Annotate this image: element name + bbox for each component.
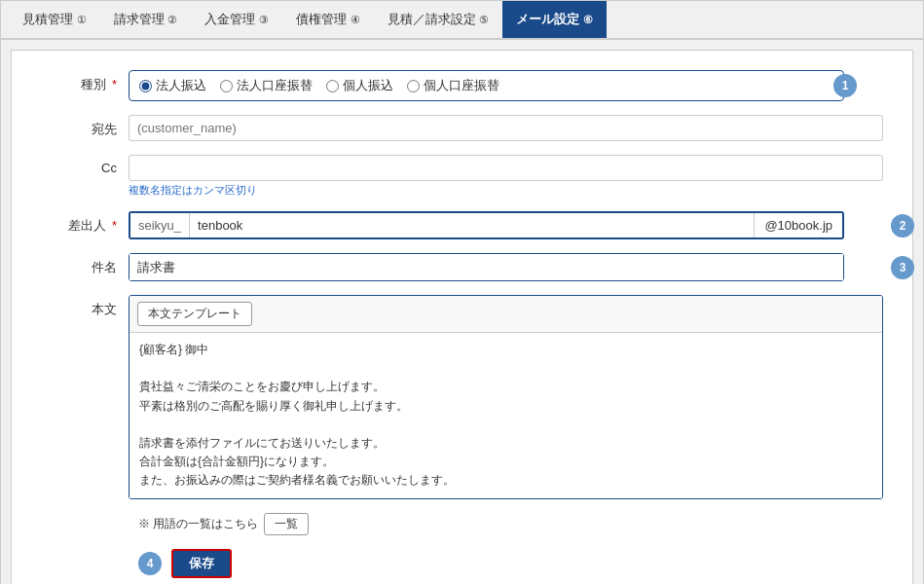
sender-prefix: seikyu_: [130, 213, 190, 237]
radio-group-type: 法人振込 法人口座振替 個人振込 個人口座振替: [129, 70, 844, 101]
tab-nyukin[interactable]: 入金管理 ③: [191, 1, 282, 38]
body-row: 本文 本文テンプレート {顧客名} 御中 貴社益々ご清栄のことをお慶び申し上げま…: [41, 295, 883, 499]
to-input[interactable]: [129, 115, 883, 141]
body-textarea[interactable]: {顧客名} 御中 貴社益々ご清栄のことをお慶び申し上げます。 平素は格別のご高配…: [129, 333, 882, 498]
radio-kojin-koza[interactable]: [407, 80, 420, 92]
tab-saiken[interactable]: 債権管理 ④: [282, 1, 374, 38]
radio-hojin-koza[interactable]: [220, 80, 233, 92]
subject-input[interactable]: [129, 254, 843, 280]
to-control: [129, 115, 883, 141]
type-radio-wrap: 法人振込 法人口座振替 個人振込 個人口座振替: [129, 70, 883, 101]
top-nav: 見積管理 ① 請求管理 ② 入金管理 ③ 債権管理 ④ 見積／請求設定 ⑤ メー…: [1, 1, 923, 40]
to-label: 宛先: [41, 115, 129, 138]
to-row: 宛先: [41, 115, 883, 141]
sender-badge: 2: [891, 214, 914, 237]
cc-control: 複数名指定はカンマ区切り: [129, 155, 883, 198]
body-control: 本文テンプレート {顧客名} 御中 貴社益々ご清栄のことをお慶び申し上げます。 …: [129, 295, 883, 499]
sender-label: 差出人 *: [41, 211, 129, 235]
sender-wrap: seikyu_ @10book.jp: [129, 211, 844, 239]
radio-label-hojin-furikomi[interactable]: 法人振込: [139, 77, 206, 94]
cc-note: 複数名指定はカンマ区切り: [129, 183, 883, 198]
type-row: 種別 * 法人振込 法人口座振替: [41, 70, 883, 101]
type-badge: 1: [833, 74, 857, 97]
radio-kojin-furikomi[interactable]: [326, 80, 339, 92]
body-wrap: 本文テンプレート {顧客名} 御中 貴社益々ご清栄のことをお慶び申し上げます。 …: [129, 295, 883, 499]
radio-label-kojin-furikomi[interactable]: 個人振込: [326, 77, 393, 94]
sender-row: 差出人 * seikyu_ @10book.jp 2: [41, 211, 883, 239]
cc-label: Cc: [41, 155, 129, 175]
radio-hojin-furikomi[interactable]: [139, 80, 152, 92]
sender-control: seikyu_ @10book.jp 2: [129, 211, 883, 239]
subject-wrap: [129, 253, 844, 281]
body-label: 本文: [41, 295, 129, 318]
cc-input[interactable]: [129, 155, 883, 181]
body-scroll-area[interactable]: {顧客名} 御中 貴社益々ご清栄のことをお慶び申し上げます。 平素は格別のご高配…: [129, 333, 882, 498]
subject-label: 件名: [41, 253, 129, 276]
ichiran-button[interactable]: 一覧: [264, 513, 309, 535]
type-label: 種別 *: [41, 70, 129, 93]
subject-badge: 3: [891, 256, 914, 279]
radio-label-kojin-koza[interactable]: 個人口座振替: [407, 77, 499, 94]
sender-input[interactable]: [190, 213, 754, 237]
main-content: 種別 * 法人振込 法人口座振替: [11, 50, 913, 584]
subject-outer: 3: [129, 253, 883, 281]
subject-row: 件名 3: [41, 253, 883, 281]
radio-label-hojin-koza[interactable]: 法人口座振替: [220, 77, 313, 94]
sender-domain: @10book.jp: [754, 213, 842, 237]
template-button[interactable]: 本文テンプレート: [137, 302, 252, 326]
tab-mikeisettei[interactable]: 見積／請求設定 ⑤: [374, 1, 503, 38]
body-toolbar: 本文テンプレート: [129, 296, 882, 333]
footer-note: ※ 用語の一覧はこちら 一覧: [138, 513, 883, 535]
app-window: 見積管理 ① 請求管理 ② 入金管理 ③ 債権管理 ④ 見積／請求設定 ⑤ メー…: [0, 0, 924, 584]
tab-seikyu[interactable]: 請求管理 ②: [100, 1, 192, 38]
tab-mishu[interactable]: 見積管理 ①: [9, 1, 100, 38]
type-control: 法人振込 法人口座振替 個人振込 個人口座振替: [129, 70, 883, 101]
subject-control: 3: [129, 253, 883, 281]
cc-row: Cc 複数名指定はカンマ区切り: [41, 155, 883, 198]
sender-outer: seikyu_ @10book.jp 2: [129, 211, 883, 239]
save-button[interactable]: 保存: [171, 549, 232, 578]
tab-mail[interactable]: メール設定 ⑥: [502, 1, 607, 38]
save-row: 4 保存: [138, 549, 883, 578]
save-badge: 4: [138, 552, 162, 575]
